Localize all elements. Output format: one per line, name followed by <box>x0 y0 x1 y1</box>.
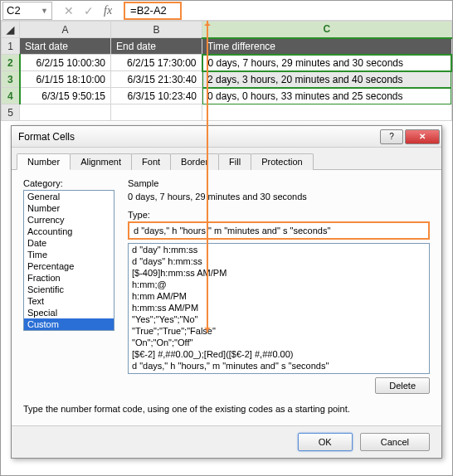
hint-text: Type the number format code, using one o… <box>23 404 430 414</box>
dialog-footer: OK Cancel <box>12 425 441 458</box>
select-all-corner[interactable]: ◢ <box>2 22 20 38</box>
list-item[interactable]: h:mm;@ <box>129 279 429 290</box>
cell[interactable] <box>202 104 452 121</box>
dialog-body: Category: General Number Currency Accoun… <box>12 170 441 425</box>
list-item[interactable]: Text <box>24 295 114 307</box>
tab-number[interactable]: Number <box>17 153 71 170</box>
tab-fill[interactable]: Fill <box>218 153 251 170</box>
formula-bar-row: C2 ▼ ✕ ✓ fx =B2-A2 <box>1 1 452 21</box>
row-header-3[interactable]: 3 <box>2 71 20 88</box>
list-item[interactable]: Number <box>24 202 114 214</box>
row-header-1[interactable]: 1 <box>2 38 20 55</box>
cell[interactable]: 6/3/15 9:50:15 <box>20 88 111 104</box>
col-header-b[interactable]: B <box>111 22 202 38</box>
enter-icon[interactable]: ✓ <box>84 4 94 17</box>
col-header-c[interactable]: C <box>202 22 452 38</box>
list-item[interactable]: Fraction <box>24 272 114 284</box>
header-cell[interactable]: Start date <box>20 38 111 55</box>
ok-button[interactable]: OK <box>298 433 353 451</box>
list-item[interactable]: Accounting <box>24 226 114 237</box>
cell[interactable] <box>20 104 111 121</box>
name-box-value: C2 <box>7 4 21 17</box>
tab-row: Number Alignment Font Border Fill Protec… <box>12 148 441 170</box>
cell[interactable] <box>111 104 202 121</box>
list-item-selected[interactable]: Custom <box>24 318 114 330</box>
col-header-a[interactable]: A <box>20 22 111 38</box>
spreadsheet-grid[interactable]: ◢ A B C 1 Start date End date Time diffe… <box>1 21 452 121</box>
close-button[interactable]: ✕ <box>405 129 440 144</box>
list-item[interactable]: [$€-2] #,##0.00_);[Red]([$€-2] #,##0.00) <box>129 348 429 360</box>
tab-border[interactable]: Border <box>170 153 219 170</box>
chevron-down-icon[interactable]: ▼ <box>41 7 48 15</box>
row-header-5[interactable]: 5 <box>2 104 20 121</box>
list-item[interactable]: "True";"True";"False" <box>129 325 429 337</box>
cell[interactable]: 6/2/15 17:30:00 <box>111 55 202 71</box>
list-item[interactable]: h:mm:ss AM/PM <box>129 302 429 313</box>
cell[interactable]: 6/3/15 10:23:40 <box>111 88 202 104</box>
list-item[interactable]: General <box>24 191 114 202</box>
row-header-2[interactable]: 2 <box>2 55 20 71</box>
delete-button[interactable]: Delete <box>375 377 430 394</box>
dialog-titlebar[interactable]: Format Cells ? ✕ <box>12 126 441 148</box>
formula-bar-icons: ✕ ✓ fx <box>64 4 112 17</box>
category-list[interactable]: General Number Currency Accounting Date … <box>23 190 114 331</box>
list-item[interactable]: Time <box>24 249 114 260</box>
type-input[interactable] <box>128 221 430 240</box>
tab-alignment[interactable]: Alignment <box>70 153 132 170</box>
list-item[interactable]: "Yes";"Yes";"No" <box>129 313 429 325</box>
category-label: Category: <box>23 178 114 188</box>
list-item[interactable]: Percentage <box>24 260 114 272</box>
type-list[interactable]: d "day" h:mm:ss d "days" h:mm:ss [$-409]… <box>128 243 430 374</box>
name-box[interactable]: C2 ▼ <box>2 2 52 20</box>
list-item[interactable]: Date <box>24 237 114 249</box>
list-item[interactable]: Scientific <box>24 284 114 295</box>
row-header-4[interactable]: 4 <box>2 88 20 104</box>
dialog-title: Format Cells <box>18 131 378 143</box>
tab-protection[interactable]: Protection <box>251 153 314 170</box>
cell[interactable]: 6/2/15 10:00:30 <box>20 55 111 71</box>
list-item[interactable]: h:mm AM/PM <box>129 290 429 302</box>
help-button[interactable]: ? <box>380 129 403 144</box>
cell[interactable]: 6/3/15 21:30:40 <box>111 71 202 88</box>
list-item[interactable]: [$-409]h:mm:ss AM/PM <box>129 267 429 279</box>
header-cell[interactable]: End date <box>111 38 202 55</box>
sample-label: Sample <box>128 178 430 188</box>
list-item[interactable]: d "days" h:mm:ss <box>129 255 429 267</box>
list-item[interactable]: d "day" h:mm:ss <box>129 244 429 255</box>
fx-icon[interactable]: fx <box>104 4 112 17</box>
list-item[interactable]: Special <box>24 307 114 318</box>
cell[interactable]: 0 days, 0 hours, 33 minutes and 25 secon… <box>202 88 452 104</box>
list-item[interactable]: "On";"On";"Off" <box>129 337 429 348</box>
cancel-icon[interactable]: ✕ <box>64 4 74 17</box>
callout-connector <box>207 21 208 333</box>
format-cells-dialog: Format Cells ? ✕ Number Alignment Font B… <box>11 125 442 459</box>
cell[interactable]: 2 days, 3 hours, 20 minutes and 40 secon… <box>202 71 452 88</box>
cancel-button[interactable]: Cancel <box>360 433 430 451</box>
list-item[interactable]: Currency <box>24 214 114 226</box>
formula-text: =B2-A2 <box>130 4 167 17</box>
header-cell[interactable]: Time difference <box>202 38 452 55</box>
tab-font[interactable]: Font <box>131 153 171 170</box>
cell[interactable]: 6/1/15 18:10:00 <box>20 71 111 88</box>
type-label: Type: <box>128 210 430 220</box>
list-item[interactable]: d "days," h "hours," m "minutes and" s "… <box>129 360 429 372</box>
sample-value: 0 days, 7 hours, 29 minutes and 30 secon… <box>128 192 430 202</box>
cell-selected[interactable]: 0 days, 7 hours, 29 minutes and 30 secon… <box>202 55 452 71</box>
formula-input[interactable]: =B2-A2 <box>124 2 182 20</box>
